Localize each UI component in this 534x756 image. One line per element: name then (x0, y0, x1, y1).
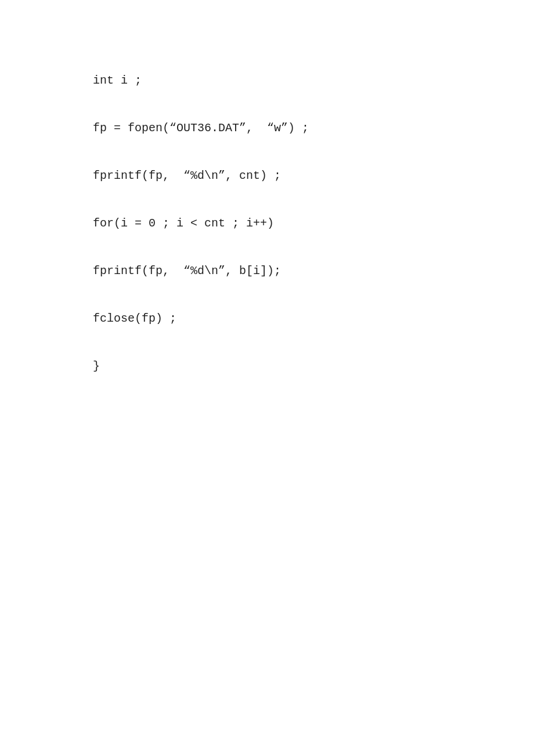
code-line-1 (93, 93, 534, 115)
code-line-9 (93, 284, 534, 305)
code-line-0: int i ; (93, 70, 534, 91)
code-line-8: fprintf(fp, “%d\n”, b[i]); (93, 260, 534, 282)
code-line-10: fclose(fp) ; (93, 308, 534, 329)
code-line-12: } (93, 355, 534, 377)
code-line-7 (93, 236, 534, 258)
code-line-2: fp = fopen(“OUT36.DAT”, “w”) ; (93, 117, 534, 139)
code-line-6: for(i = 0 ; i < cnt ; i++) (93, 213, 534, 234)
code-line-3 (93, 141, 534, 163)
code-block: int i ; fp = fopen(“OUT36.DAT”, “w”) ; f… (0, 0, 534, 377)
code-line-11 (93, 332, 534, 353)
code-line-5 (93, 189, 534, 210)
code-line-4: fprintf(fp, “%d\n”, cnt) ; (93, 165, 534, 186)
